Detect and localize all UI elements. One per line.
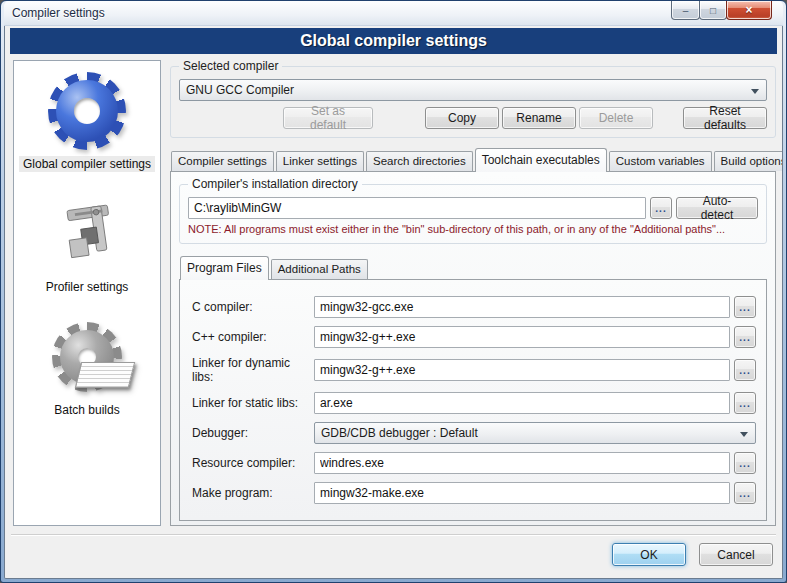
sidebar-item-global-compiler-settings[interactable]: Global compiler settings: [14, 71, 160, 172]
dropdown-arrow-icon: [751, 89, 759, 94]
dialog-footer: OK Cancel: [11, 534, 776, 578]
auto-detect-button[interactable]: Auto-detect: [676, 197, 758, 219]
sidebar-item-label: Batch builds: [50, 402, 123, 418]
caliper-icon: [47, 194, 127, 274]
debugger-select-value: GDB/CDB debugger : Default: [321, 426, 478, 440]
titlebar[interactable]: Compiler settings: [4, 1, 783, 26]
tab-additional-paths[interactable]: Additional Paths: [271, 259, 368, 279]
close-icon: ×: [745, 3, 752, 17]
resource-compiler-input[interactable]: [314, 452, 730, 474]
make-program-label: Make program:: [192, 486, 314, 500]
compiler-select-value: GNU GCC Compiler: [186, 83, 294, 97]
program-files-page: C compiler: ... C++ compiler: ... Linker…: [179, 279, 767, 521]
resource-compiler-label: Resource compiler:: [192, 456, 314, 470]
window-title: Compiler settings: [12, 6, 105, 20]
cpp-compiler-label: C++ compiler:: [192, 330, 314, 344]
tab-compiler-settings[interactable]: Compiler settings: [171, 151, 274, 171]
dialog-client-area: Global compiler settings Global compiler…: [4, 26, 783, 579]
dropdown-arrow-icon: [740, 432, 748, 437]
compiler-settings-tabs: Compiler settings Linker settings Search…: [170, 148, 776, 171]
sidebar-item-batch-builds[interactable]: Batch builds: [14, 317, 160, 418]
set-as-default-button[interactable]: Set as default: [283, 107, 373, 129]
gray-gear-stack-icon: [47, 317, 127, 397]
resource-compiler-browse-button[interactable]: ...: [734, 452, 756, 474]
make-program-input[interactable]: [314, 482, 730, 504]
sidebar-item-label: Global compiler settings: [19, 156, 155, 172]
compiler-select[interactable]: GNU GCC Compiler: [179, 79, 767, 101]
static-linker-browse-button[interactable]: ...: [734, 392, 756, 414]
installation-directory-input[interactable]: [188, 197, 646, 219]
tab-toolchain-executables[interactable]: Toolchain executables: [475, 148, 607, 172]
program-files-tabs: Program Files Additional Paths: [179, 256, 767, 279]
window-controls: – □ ×: [671, 1, 772, 20]
tab-program-files[interactable]: Program Files: [180, 256, 269, 280]
installation-directory-group: Compiler's installation directory ... Au…: [179, 184, 767, 244]
tab-search-directories[interactable]: Search directories: [366, 151, 473, 171]
sidebar-item-profiler-settings[interactable]: Profiler settings: [14, 194, 160, 295]
tab-custom-variables[interactable]: Custom variables: [609, 151, 712, 171]
debugger-label: Debugger:: [192, 426, 314, 440]
toolchain-executables-page: Compiler's installation directory ... Au…: [170, 171, 776, 526]
resource-compiler-row: Resource compiler: ...: [192, 452, 756, 474]
settings-category-list: Global compiler settings: [13, 60, 161, 526]
page-title: Global compiler settings: [10, 28, 777, 54]
installation-directory-browse-button[interactable]: ...: [650, 197, 672, 219]
cpp-compiler-browse-button[interactable]: ...: [734, 326, 756, 348]
static-linker-row: Linker for static libs: ...: [192, 392, 756, 414]
rename-button[interactable]: Rename: [502, 107, 576, 129]
tab-build-options[interactable]: Build options: [714, 151, 783, 171]
dynamic-linker-label: Linker for dynamic libs:: [192, 356, 314, 384]
tab-linker-settings[interactable]: Linker settings: [276, 151, 364, 171]
dynamic-linker-row: Linker for dynamic libs: ...: [192, 356, 756, 384]
copy-button[interactable]: Copy: [425, 107, 499, 129]
c-compiler-browse-button[interactable]: ...: [734, 296, 756, 318]
sidebar-item-label: Profiler settings: [42, 279, 133, 295]
make-program-row: Make program: ...: [192, 482, 756, 504]
c-compiler-row: C compiler: ...: [192, 296, 756, 318]
installation-directory-label: Compiler's installation directory: [188, 177, 362, 191]
debugger-select[interactable]: GDB/CDB debugger : Default: [314, 422, 756, 444]
selected-compiler-group: Selected compiler GNU GCC Compiler Set a…: [170, 66, 776, 138]
static-linker-input[interactable]: [314, 392, 730, 414]
minimize-icon: –: [683, 5, 689, 16]
make-program-browse-button[interactable]: ...: [734, 482, 756, 504]
cancel-button[interactable]: Cancel: [699, 543, 773, 566]
reset-defaults-button[interactable]: Reset defaults: [683, 107, 767, 129]
dynamic-linker-browse-button[interactable]: ...: [734, 359, 756, 381]
selected-compiler-label: Selected compiler: [179, 59, 282, 73]
static-linker-label: Linker for static libs:: [192, 396, 314, 410]
close-button[interactable]: ×: [726, 1, 772, 20]
cpp-compiler-row: C++ compiler: ...: [192, 326, 756, 348]
maximize-button[interactable]: □: [699, 1, 727, 20]
blue-gear-icon: [47, 71, 127, 151]
debugger-row: Debugger: GDB/CDB debugger : Default: [192, 422, 756, 444]
dynamic-linker-input[interactable]: [314, 359, 730, 381]
installation-directory-note: NOTE: All programs must exist either in …: [188, 223, 758, 235]
minimize-button[interactable]: –: [671, 1, 700, 20]
maximize-icon: □: [710, 5, 716, 16]
ok-button[interactable]: OK: [612, 543, 686, 566]
cpp-compiler-input[interactable]: [314, 326, 730, 348]
c-compiler-input[interactable]: [314, 296, 730, 318]
delete-button[interactable]: Delete: [579, 107, 653, 129]
c-compiler-label: C compiler:: [192, 300, 314, 314]
compiler-settings-window: Compiler settings – □ × Global compiler …: [0, 0, 787, 583]
